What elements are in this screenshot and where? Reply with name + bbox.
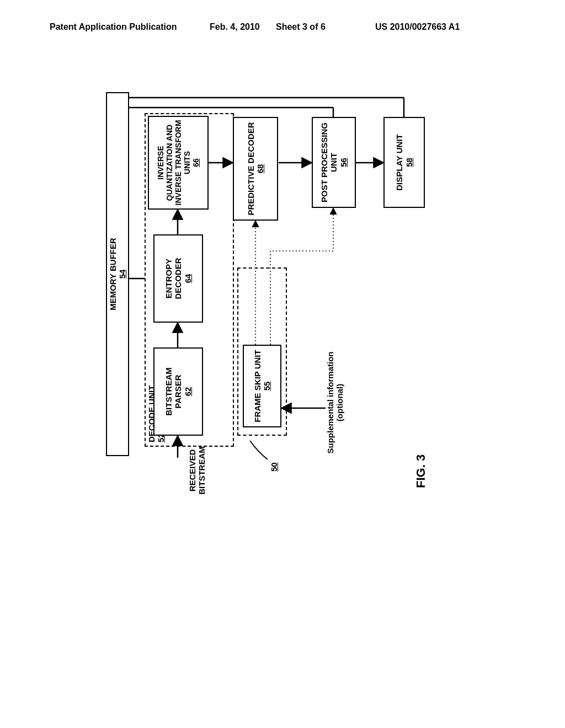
diagram-stage: MEMORY BUFFER 54 DECODE UNIT 52 BITSTREA… bbox=[94, 102, 565, 488]
figure-label: FIG. 3 bbox=[414, 454, 428, 488]
memory-buffer-label: MEMORY BUFFER bbox=[108, 238, 118, 311]
header-date: Feb. 4, 2010 bbox=[210, 22, 260, 32]
frame-skip-ref: 55 bbox=[262, 382, 271, 391]
frame-skip-block: FRAME SKIP UNIT 55 bbox=[243, 345, 281, 427]
post-processing-l1: POST PROCESSING bbox=[319, 122, 329, 202]
iqit-line1: INVERSE bbox=[156, 146, 165, 179]
header-left: Patent Application Publication bbox=[50, 22, 177, 32]
entropy-decoder-ref: 64 bbox=[183, 274, 193, 283]
system-ref-label: 50 bbox=[269, 462, 279, 472]
memory-buffer-ref: 54 bbox=[118, 270, 127, 279]
inverse-quant-transform-block: INVERSE QUANTIZATION AND INVERSE TRANSFO… bbox=[148, 116, 209, 210]
predictive-decoder-ref: 68 bbox=[255, 164, 265, 174]
supp-l1: Supplemental information bbox=[326, 352, 335, 454]
post-processing-ref: 56 bbox=[339, 158, 348, 167]
system-ref: 50 bbox=[269, 462, 279, 472]
frame-skip-label: FRAME SKIP UNIT bbox=[253, 350, 262, 422]
header-sheet: Sheet 3 of 6 bbox=[276, 22, 326, 32]
received-bitstream-label: RECEIVED BITSTREAM bbox=[188, 437, 207, 504]
predictive-decoder-label: PREDICTIVE DECODER bbox=[246, 122, 255, 215]
iqit-line4: UNITS bbox=[183, 151, 191, 174]
bitstream-parser-ref: 62 bbox=[183, 387, 193, 397]
iqit-line3: INVERSE TRANSFORM bbox=[174, 120, 183, 206]
entropy-decoder-block: ENTROPY DECODER 64 bbox=[153, 234, 203, 323]
entropy-decoder-label: ENTROPY DECODER bbox=[164, 238, 183, 319]
memory-buffer-block: MEMORY BUFFER 54 bbox=[106, 92, 129, 456]
received-l1: RECEIVED bbox=[188, 449, 197, 492]
bitstream-parser-block: BITSTREAM PARSER 62 bbox=[153, 347, 203, 436]
post-processing-l2: UNIT bbox=[329, 153, 338, 172]
received-l2: BITSTREAM bbox=[197, 446, 206, 495]
supp-l2: (optional) bbox=[335, 384, 344, 421]
predictive-decoder-block: PREDICTIVE DECODER 68 bbox=[233, 117, 278, 221]
iqit-line2: QUANTIZATION AND bbox=[165, 125, 174, 201]
iqit-ref: 66 bbox=[191, 158, 200, 167]
display-unit-ref: 58 bbox=[404, 158, 414, 167]
display-unit-label: DISPLAY UNIT bbox=[395, 134, 404, 191]
supplemental-info-label: Supplemental information (optional) bbox=[326, 347, 345, 458]
header-pubno: US 2010/0027663 A1 bbox=[375, 22, 460, 32]
display-unit-block: DISPLAY UNIT 58 bbox=[383, 117, 425, 208]
bitstream-parser-label: BITSTREAM PARSER bbox=[164, 351, 183, 432]
post-processing-block: POST PROCESSING UNIT 56 bbox=[312, 117, 356, 208]
